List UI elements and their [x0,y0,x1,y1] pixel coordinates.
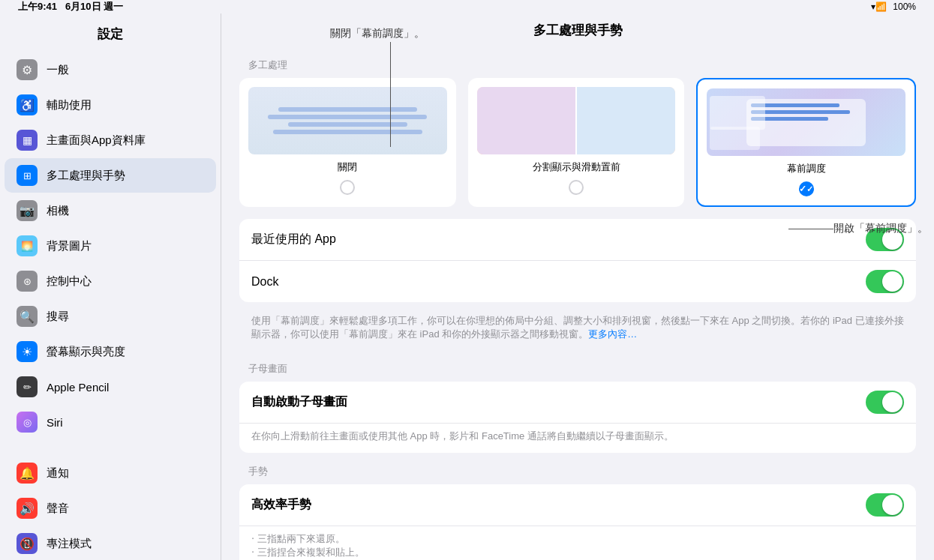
sounds-icon: 🔊 [17,498,38,519]
accessibility-icon: ♿ [17,94,38,115]
sidebar-item-focus[interactable]: 📵 專注模式 [5,526,216,560]
task-card-closed[interactable]: 關閉 [239,78,456,207]
sidebar-item-siri[interactable]: ◎ Siri [5,405,216,439]
pip-group: 自動啟動子母畫面 在你向上滑動前往主畫面或使用其他 App 時，影片和 Face… [239,382,916,452]
wallpaper-label: 背景圖片 [47,239,92,253]
multitask-icon: ⊞ [17,165,38,186]
task-card-closed-label: 關閉 [338,160,357,174]
sounds-label: 聲音 [47,502,69,516]
focus-icon: 📵 [17,533,38,554]
recent-apps-label: 最近使用的 App [251,232,336,247]
task-card-closed-img [248,87,447,154]
card-line-4 [273,130,422,134]
camera-icon: 📷 [17,200,38,221]
status-time: 上午9:41 6月10日 週一 [18,0,123,13]
sidebar-item-multitask[interactable]: ⊞ 多工處理與手勢 [5,158,216,193]
task-card-stage-img [707,88,905,156]
accessibility-label: 輔助使用 [47,98,92,112]
sidebar: 設定 ⚙ 一般 ♿ 輔助使用 ▦ 主畫面與App資料庫 ⊞ 多工處理與手勢 [0,13,221,560]
efficiency-label: 高效率手勢 [251,497,311,513]
homescreen-label: 主畫面與App資料庫 [47,133,146,148]
display-label: 螢幕顯示與亮度 [47,345,125,359]
sidebar-item-accessibility[interactable]: ♿ 輔助使用 [5,88,216,122]
date-display: 6月10日 週一 [65,1,123,12]
sidebar-item-homescreen[interactable]: ▦ 主畫面與App資料庫 [5,123,216,157]
sidebar-item-sounds[interactable]: 🔊 聲音 [5,491,216,526]
task-card-closed-radio[interactable] [340,180,355,195]
card-split-right [577,87,675,154]
task-card-split-label: 分割顯示與滑動置前 [533,160,620,174]
pip-label: 自動啟動子母畫面 [251,394,347,410]
dock-toggle[interactable] [866,270,904,293]
sidebar-item-controlcenter[interactable]: ⊛ 控制中心 [5,264,216,298]
recent-apps-toggle[interactable] [866,228,904,251]
right-panel: ••• 多工處理與手勢 多工處理 [221,13,934,560]
notifications-icon: 🔔 [17,463,38,484]
siri-label: Siri [47,416,63,429]
stage-line-2 [751,110,850,114]
pip-row: 自動啟動子母畫面 [239,382,916,424]
more-link[interactable]: 更多內容… [588,328,637,340]
sidebar-item-notifications[interactable]: 🔔 通知 [5,456,216,490]
card-split-left [477,87,575,154]
efficiency-group: 高效率手勢 ‧ 三指點兩下來還原。 ‧ 三指捏合來複製和貼上。 ‧ 用三指向左滑… [239,484,916,560]
task-card-split-img [477,87,676,154]
card-line-3 [288,122,407,127]
sidebar-item-display[interactable]: ☀ 螢幕顯示與亮度 [5,334,216,369]
task-card-split[interactable]: 分割顯示與滑動置前 [468,78,685,207]
stage-side-window-2 [710,127,759,151]
sidebar-title: 設定 [0,13,221,52]
card-stage-illustration [707,88,905,156]
wallpaper-icon: 🌅 [17,235,38,256]
sidebar-item-wallpaper[interactable]: 🌅 背景圖片 [5,229,216,263]
panel-header: ••• 多工處理與手勢 [221,13,934,46]
card-closed-illustration [248,87,447,154]
pip-desc: 在你向上滑動前往主畫面或使用其他 App 時，影片和 FaceTime 通話將自… [239,424,916,452]
panel-content: 多工處理 關閉 [221,46,934,560]
multitask-desc: 使用「幕前調度」來輕鬆處理多項工作，你可以在你理想的佈局中分組、調整大小和排列視… [239,308,916,350]
task-card-stage-radio[interactable]: ✓ [799,181,814,196]
dock-row: Dock [239,261,916,302]
sidebar-item-pencil[interactable]: ✏ Apple Pencil [5,370,216,404]
time-display: 上午9:41 [18,1,57,12]
controlcenter-label: 控制中心 [47,274,92,289]
multitask-cards: 關閉 分割顯示與滑動置前 [239,78,916,207]
card-split-illustration [477,87,676,154]
pip-section-label: 子母畫面 [248,362,916,376]
general-icon: ⚙ [17,59,38,80]
battery-display: 100% [893,1,916,12]
sidebar-item-general[interactable]: ⚙ 一般 [5,52,216,87]
pencil-icon: ✏ [17,376,38,397]
efficiency-toggle[interactable] [866,493,904,517]
pip-toggle[interactable] [866,391,904,414]
multitask-section-label: 多工處理 [248,58,916,72]
stage-side-window-1 [710,96,765,130]
card-line-1 [278,107,417,112]
search-label: 搜尋 [47,310,69,324]
notifications-label: 通知 [47,466,69,481]
wifi-icon: ▾📶 [871,1,887,12]
efficiency-desc: ‧ 三指點兩下來還原。 ‧ 三指捏合來複製和貼上。 ‧ 用三指向左滑動來還原，向… [239,526,916,560]
status-right: ▾📶 100% [871,1,916,12]
recent-apps-dock-group: 最近使用的 App Dock [239,219,916,302]
card-line-2 [268,115,427,119]
pencil-label: Apple Pencil [47,381,109,394]
main-area: 設定 ⚙ 一般 ♿ 輔助使用 ▦ 主畫面與App資料庫 ⊞ 多工處理與手勢 [0,13,934,560]
gestures-section-label: 手勢 [248,465,916,478]
camera-label: 相機 [47,204,69,218]
search-icon: 🔍 [17,306,38,327]
sidebar-list: ⚙ 一般 ♿ 輔助使用 ▦ 主畫面與App資料庫 ⊞ 多工處理與手勢 📷 [0,52,221,560]
task-card-split-radio[interactable] [569,180,584,195]
recent-apps-row: 最近使用的 App [239,219,916,261]
siri-icon: ◎ [17,412,38,433]
multitask-label: 多工處理與手勢 [47,169,125,183]
panel-title: 多工處理與手勢 [533,22,623,39]
homescreen-icon: ▦ [17,130,38,151]
divider-1 [0,440,221,455]
sidebar-item-search[interactable]: 🔍 搜尋 [5,299,216,334]
task-card-stage[interactable]: 幕前調度 ✓ [696,78,916,207]
general-label: 一般 [47,63,69,77]
dock-label: Dock [251,275,278,289]
sidebar-item-camera[interactable]: 📷 相機 [5,193,216,228]
status-bar: 上午9:41 6月10日 週一 ▾📶 100% [0,0,934,13]
